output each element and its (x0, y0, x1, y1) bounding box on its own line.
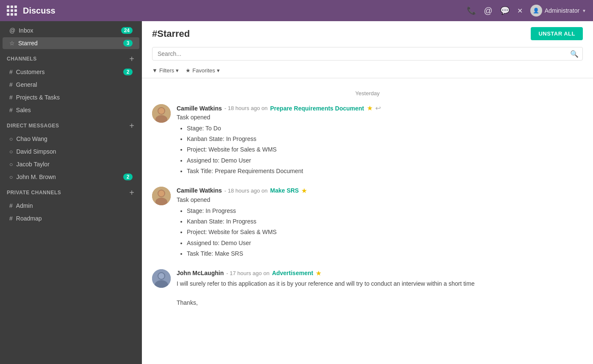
message-time-3: - 17 hours ago on (226, 270, 269, 276)
sidebar-item-roadmap[interactable]: # Roadmap (3, 212, 139, 224)
filters-button[interactable]: ▼ Filters ▾ (152, 67, 179, 74)
sidebar-item-admin[interactable]: # Admin (3, 200, 139, 212)
sidebar-item-inbox[interactable]: @ Inbox 24 (3, 25, 139, 36)
dm-david-simpson-label: David Simpson (16, 148, 133, 155)
dm-circle-chao: ○ (9, 135, 13, 142)
john-brown-badge: 2 (123, 174, 133, 180)
message-author-3: John McLaughin (177, 270, 224, 276)
sidebar-item-customers[interactable]: # Customers 2 (3, 66, 139, 78)
direct-messages-label: DIRECT MESSAGES (7, 123, 59, 129)
dm-circle-jacob: ○ (9, 161, 13, 168)
message-author-2: Camille Watkins (177, 187, 222, 194)
sidebar-item-john-brown[interactable]: ○ John M. Brown 2 (3, 171, 139, 183)
channels-label: CHANNELS (7, 56, 37, 62)
message-header-1: Camille Watkins - 18 hours ago on Prepar… (177, 104, 583, 112)
hash-icon-customers: # (9, 69, 13, 75)
private-roadmap-label: Roadmap (16, 215, 133, 222)
hash-icon-admin: # (9, 202, 13, 209)
add-channel-btn[interactable]: + (128, 55, 135, 63)
admin-menu[interactable]: 👤 Administrator ▼ (530, 5, 586, 17)
sidebar-item-chao-wang[interactable]: ○ Chao Wang (3, 133, 139, 145)
filter-icon: ▼ (152, 67, 158, 74)
list-item: Task Title: Make SRS (187, 248, 583, 259)
sidebar-item-general[interactable]: # General (3, 79, 139, 91)
message-link-2[interactable]: Make SRS (270, 187, 299, 194)
svg-point-11 (158, 273, 164, 279)
message-link-3[interactable]: Advertisement (272, 270, 313, 276)
sidebar-item-starred[interactable]: ☆ Starred 3 (3, 37, 139, 49)
star-sidebar-icon: ☆ (9, 40, 15, 47)
filter-row: ▼ Filters ▾ ★ Favorites ▾ (152, 64, 583, 78)
sidebar-item-sales[interactable]: # Sales (3, 104, 139, 116)
channel-sales-label: Sales (16, 107, 133, 113)
list-item: Stage: To Do (187, 123, 583, 134)
message-block-3: John McLaughin - 17 hours ago on Adverti… (152, 269, 583, 307)
chat-icon[interactable]: 💬 (500, 6, 510, 15)
message-time-2: - 18 hours ago on (224, 188, 268, 194)
search-button[interactable]: 🔍 (570, 50, 579, 58)
hash-icon-roadmap: # (9, 215, 13, 222)
topbar: Discuss 📞 @ 💬 ✕ 👤 Administrator ▼ (0, 0, 593, 21)
channels-section-header: CHANNELS + (0, 50, 142, 66)
at-inbox-icon: @ (9, 27, 15, 34)
app-grid-icon[interactable] (7, 6, 17, 16)
unstar-all-button[interactable]: UNSTAR ALL (531, 27, 583, 40)
message-header-2: Camille Watkins - 18 hours ago on Make S… (177, 187, 583, 195)
star-msg-2[interactable]: ★ (301, 187, 307, 195)
list-item: Project: Website for Sales & WMS (187, 144, 583, 155)
hash-icon-sales: # (9, 107, 13, 113)
admin-label: Administrator (545, 7, 579, 14)
filter-dropdown-icon: ▾ (176, 67, 179, 74)
private-channels-section-header: PRIVATE CHANNELS + (0, 183, 142, 199)
content-header: #Starred UNSTAR ALL 🔍 ▼ Filters ▾ ★ Favo… (142, 21, 593, 78)
channel-customers-label: Customers (16, 69, 123, 75)
main-layout: @ Inbox 24 ☆ Starred 3 CHANNELS + # Cust… (0, 21, 593, 364)
search-container: 🔍 (152, 47, 583, 61)
svg-point-3 (158, 108, 164, 114)
inbox-badge: 24 (121, 27, 133, 34)
sidebar-item-projects-tasks[interactable]: # Projects & Tasks (3, 91, 139, 103)
avatar-camille-1 (152, 104, 171, 123)
message-status-1: Task opened (177, 114, 583, 121)
close-icon[interactable]: ✕ (517, 7, 523, 15)
customers-badge: 2 (123, 69, 133, 75)
add-dm-btn[interactable]: + (128, 121, 135, 130)
message-content-3: John McLaughin - 17 hours ago on Adverti… (177, 269, 583, 307)
reply-icon-1[interactable]: ↩ (375, 104, 381, 112)
message-header-3: John McLaughin - 17 hours ago on Adverti… (177, 269, 583, 277)
at-icon[interactable]: @ (484, 6, 492, 16)
messages-area: Yesterday Camille Watkins - 18 hours ago… (142, 78, 593, 364)
inbox-label: Inbox (19, 27, 121, 34)
message-link-1[interactable]: Prepare Requirements Document (270, 105, 364, 112)
favorites-label: Favorites (192, 67, 215, 74)
message-block-1: Camille Watkins - 18 hours ago on Prepar… (152, 104, 583, 176)
sidebar-item-david-simpson[interactable]: ○ David Simpson (3, 146, 139, 157)
dm-jacob-taylor-label: Jacob Taylor (16, 161, 133, 168)
list-item: Kanban State: In Progress (187, 216, 583, 227)
admin-avatar: 👤 (530, 5, 542, 17)
favorites-button[interactable]: ★ Favorites ▾ (186, 67, 219, 74)
page-title: #Starred (152, 28, 531, 39)
content-area: #Starred UNSTAR ALL 🔍 ▼ Filters ▾ ★ Favo… (142, 21, 593, 364)
date-divider: Yesterday (152, 90, 583, 97)
private-admin-label: Admin (16, 202, 133, 209)
list-item: Assigned to: Demo User (187, 238, 583, 248)
star-msg-1[interactable]: ★ (367, 104, 373, 112)
hash-icon-general: # (9, 81, 13, 88)
phone-icon[interactable]: 📞 (467, 6, 476, 15)
add-private-channel-btn[interactable]: + (128, 188, 135, 197)
message-block-2: Camille Watkins - 18 hours ago on Make S… (152, 187, 583, 259)
list-item: Stage: In Progress (187, 206, 583, 216)
svg-point-7 (158, 190, 164, 196)
search-input[interactable] (152, 47, 583, 61)
sidebar-item-jacob-taylor[interactable]: ○ Jacob Taylor (3, 158, 139, 170)
favorites-dropdown-icon: ▾ (217, 67, 220, 74)
dm-circle-john: ○ (9, 174, 13, 180)
dm-circle-david: ○ (9, 148, 13, 155)
star-msg-3[interactable]: ★ (316, 269, 321, 277)
dm-john-brown-label: John M. Brown (16, 174, 123, 180)
search-row: 🔍 (152, 44, 583, 64)
app-title: Discuss (23, 6, 467, 16)
list-item: Task Title: Prepare Requirements Documen… (187, 166, 583, 176)
filters-label: Filters (159, 67, 174, 74)
